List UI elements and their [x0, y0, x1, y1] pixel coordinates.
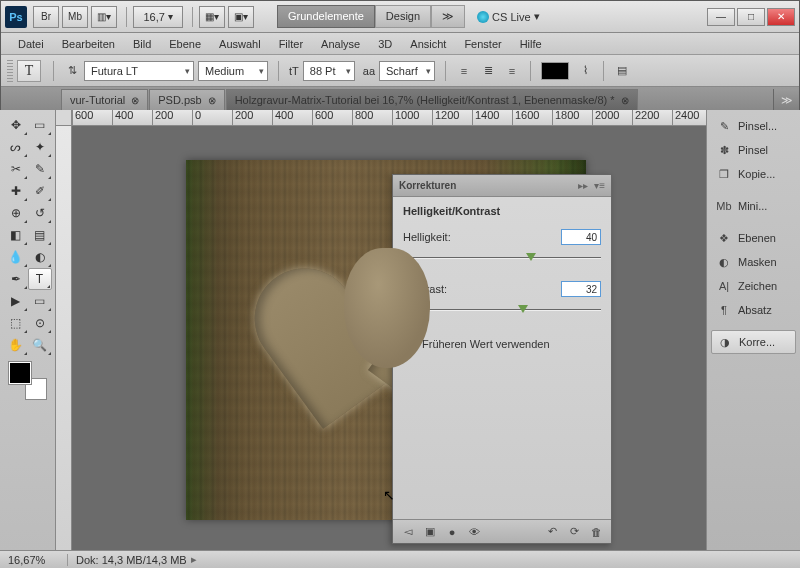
wand-tool-icon[interactable]: ✦ [28, 136, 52, 158]
hand-tool-icon[interactable]: ✋ [4, 334, 28, 356]
close-button[interactable]: ✕ [767, 8, 795, 26]
move-tool-icon[interactable]: ✥ [4, 114, 28, 136]
menu-ansicht[interactable]: Ansicht [401, 35, 455, 53]
grip-icon[interactable] [7, 60, 13, 82]
screen-mode-button[interactable]: ▣▾ [228, 6, 254, 28]
workspace-more[interactable]: ≫ [431, 5, 465, 28]
heal-tool-icon[interactable]: ✚ [4, 180, 28, 202]
align-right-icon[interactable]: ≡ [501, 61, 523, 81]
fg-color-swatch[interactable] [9, 362, 31, 384]
dock-zeichen[interactable]: A|Zeichen [711, 274, 796, 298]
dock-pinselvorgaben[interactable]: ✎Pinsel... [711, 114, 796, 138]
history-brush-icon[interactable]: ↺ [28, 202, 52, 224]
type-tool-icon[interactable]: T [28, 268, 52, 290]
clip-icon[interactable]: ● [442, 523, 462, 541]
expand-icon[interactable]: ▣ [420, 523, 440, 541]
close-icon[interactable]: ⊗ [208, 95, 216, 106]
status-arrow-icon[interactable]: ▸ [191, 553, 197, 566]
char-panel-icon[interactable]: ▤ [611, 61, 633, 81]
slider-thumb-icon[interactable] [518, 305, 528, 313]
arrange-docs-button[interactable]: ▦▾ [199, 6, 225, 28]
menu-ebene[interactable]: Ebene [160, 35, 210, 53]
antialias-dropdown[interactable]: Scharf [379, 61, 435, 81]
eraser-tool-icon[interactable]: ◧ [4, 224, 28, 246]
menu-fenster[interactable]: Fenster [455, 35, 510, 53]
lasso-tool-icon[interactable]: ᔕ [4, 136, 28, 158]
menu-bearbeiten[interactable]: Bearbeiten [53, 35, 124, 53]
path-select-icon[interactable]: ▶ [4, 290, 28, 312]
cs-live-button[interactable]: CS Live ▾ [477, 10, 540, 23]
stamp-tool-icon[interactable]: ⊕ [4, 202, 28, 224]
tool-preset[interactable]: T [17, 60, 41, 82]
dock-korrekturen[interactable]: ◑Korre... [711, 330, 796, 354]
workspace-essentials[interactable]: Grundelemente [277, 5, 375, 28]
menu-auswahl[interactable]: Auswahl [210, 35, 270, 53]
workspace-design[interactable]: Design [375, 5, 431, 28]
marquee-tool-icon[interactable]: ▭ [28, 114, 52, 136]
ruler-horizontal[interactable]: 6004002000200400600800100012001400160018… [72, 110, 706, 126]
dock-masken[interactable]: ◐Masken [711, 250, 796, 274]
menu-3d[interactable]: 3D [369, 35, 401, 53]
font-size-dropdown[interactable]: 88 Pt [303, 61, 355, 81]
dock-ebenen[interactable]: ❖Ebenen [711, 226, 796, 250]
shape-tool-icon[interactable]: ▭ [28, 290, 52, 312]
status-docinfo[interactable]: Dok: 14,3 MB/14,3 MB [76, 554, 187, 566]
doc-tab[interactable]: vur-Tutorial⊗ [61, 89, 148, 111]
dock-kopie[interactable]: ❐Kopie... [711, 162, 796, 186]
warp-text-icon[interactable]: ⌇ [574, 61, 596, 81]
brightness-slider[interactable] [403, 249, 601, 267]
reset-icon[interactable]: ⟳ [564, 523, 584, 541]
legacy-checkbox[interactable]: Früheren Wert verwenden [403, 337, 601, 350]
menu-filter[interactable]: Filter [270, 35, 312, 53]
visibility-icon[interactable]: 👁 [464, 523, 484, 541]
maximize-button[interactable]: □ [737, 8, 765, 26]
eyedropper-tool-icon[interactable]: ✎ [28, 158, 52, 180]
panel-menu-icon[interactable]: ▾≡ [594, 180, 605, 191]
close-icon[interactable]: ⊗ [131, 95, 139, 106]
view-extras-button[interactable]: ▥▾ [91, 6, 117, 28]
align-center-icon[interactable]: ≣ [477, 61, 499, 81]
font-weight-dropdown[interactable]: Medium [198, 61, 268, 81]
crop-tool-icon[interactable]: ✂ [4, 158, 28, 180]
align-left-icon[interactable]: ≡ [453, 61, 475, 81]
contrast-slider[interactable] [403, 301, 601, 319]
status-zoom[interactable]: 16,67% [8, 554, 68, 566]
back-icon[interactable]: ◅ [398, 523, 418, 541]
minibridge-button[interactable]: Mb [62, 6, 88, 28]
text-color-swatch[interactable] [541, 62, 569, 80]
zoom-tool-icon[interactable]: 🔍 [28, 334, 52, 356]
3d-camera-icon[interactable]: ⊙ [28, 312, 52, 334]
zoom-level-dropdown[interactable]: 16,7 ▾ [133, 6, 183, 28]
menu-hilfe[interactable]: Hilfe [511, 35, 551, 53]
brush-tool-icon[interactable]: ✐ [28, 180, 52, 202]
doc-tab[interactable]: PSD.psb⊗ [149, 89, 224, 111]
dock-pinsel[interactable]: ✽Pinsel [711, 138, 796, 162]
doc-tab-active[interactable]: Holzgravur-Matrix-Tutorial bei 16,7% (He… [226, 89, 638, 111]
bridge-button[interactable]: Br [33, 6, 59, 28]
previous-state-icon[interactable]: ↶ [542, 523, 562, 541]
tabs-overflow[interactable]: ≫ [773, 89, 799, 111]
panel-collapse-icon[interactable]: ▸▸ [578, 180, 588, 191]
trash-icon[interactable]: 🗑 [586, 523, 606, 541]
font-family-dropdown[interactable]: Futura LT [84, 61, 194, 81]
text-orientation-icon[interactable]: ⇅ [61, 61, 83, 81]
menu-bild[interactable]: Bild [124, 35, 160, 53]
close-icon[interactable]: ⊗ [621, 95, 629, 106]
blur-tool-icon[interactable]: 💧 [4, 246, 28, 268]
3d-tool-icon[interactable]: ⬚ [4, 312, 28, 334]
contrast-input[interactable] [561, 281, 601, 297]
menu-datei[interactable]: Datei [9, 35, 53, 53]
brightness-input[interactable] [561, 229, 601, 245]
pen-tool-icon[interactable]: ✒ [4, 268, 28, 290]
ruler-origin[interactable] [56, 110, 72, 126]
dock-minibridge[interactable]: MbMini... [711, 194, 796, 218]
ruler-vertical[interactable] [56, 126, 72, 550]
menu-analyse[interactable]: Analyse [312, 35, 369, 53]
dock-absatz[interactable]: ¶Absatz [711, 298, 796, 322]
slider-thumb-icon[interactable] [526, 253, 536, 261]
dodge-tool-icon[interactable]: ◐ [28, 246, 52, 268]
gradient-tool-icon[interactable]: ▤ [28, 224, 52, 246]
panel-tab-korrekturen[interactable]: Korrekturen [399, 180, 456, 191]
canvas-pane[interactable]: 6004002000200400600800100012001400160018… [56, 110, 706, 550]
minimize-button[interactable]: — [707, 8, 735, 26]
